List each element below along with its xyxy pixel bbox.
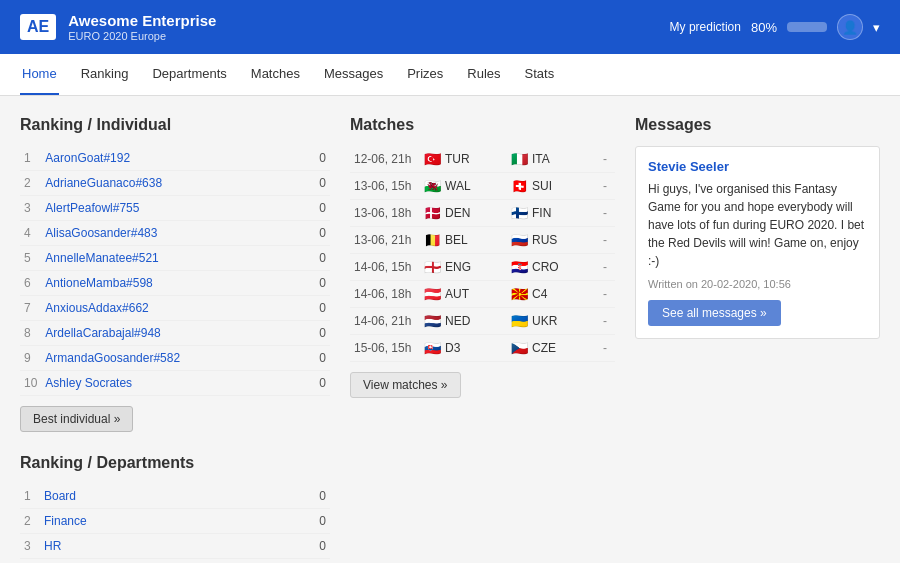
rank-cell: 8 xyxy=(20,321,41,346)
player-name[interactable]: AlertPeafowl#755 xyxy=(41,196,300,221)
team1-name: BEL xyxy=(445,233,468,247)
table-row: 3 AlertPeafowl#755 0 xyxy=(20,196,330,221)
nav-ranking[interactable]: Ranking xyxy=(79,54,131,95)
team1-name: TUR xyxy=(445,152,470,166)
team1-cell: 🏴󠁧󠁢󠁥󠁮󠁧󠁿 ENG xyxy=(420,254,507,281)
player-name[interactable]: ArdellaCarabajal#948 xyxy=(41,321,300,346)
user-dropdown-arrow[interactable]: ▾ xyxy=(873,20,880,35)
team2-flag: 🇺🇦 xyxy=(511,313,528,329)
matches-table: 12-06, 21h 🇹🇷 TUR 🇮🇹 ITA - 13-06, 15h 🏴󠁧… xyxy=(350,146,615,362)
team2-cell: 🇨🇿 CZE xyxy=(507,335,595,362)
player-name[interactable]: AdrianeGuanaco#638 xyxy=(41,171,300,196)
rank-cell: 5 xyxy=(20,246,41,271)
team2-flag: 🇨🇿 xyxy=(511,340,528,356)
team2-name: SUI xyxy=(532,179,552,193)
player-name[interactable]: AaronGoat#192 xyxy=(41,146,300,171)
team1-name: D3 xyxy=(445,341,460,355)
team2-name: UKR xyxy=(532,314,557,328)
department-name[interactable]: HR xyxy=(40,534,300,559)
score-cell: 0 xyxy=(300,196,330,221)
score-cell: 0 xyxy=(300,246,330,271)
player-name[interactable]: Ashley Socrates xyxy=(41,371,300,396)
match-row[interactable]: 15-06, 15h 🇸🇰 D3 🇨🇿 CZE - xyxy=(350,335,615,362)
match-date: 14-06, 18h xyxy=(350,281,420,308)
match-row[interactable]: 13-06, 21h 🇧🇪 BEL 🇷🇺 RUS - xyxy=(350,227,615,254)
team1-flag: 🇹🇷 xyxy=(424,151,441,167)
nav-messages[interactable]: Messages xyxy=(322,54,385,95)
table-row: 9 ArmandaGoosander#582 0 xyxy=(20,346,330,371)
match-score: - xyxy=(595,281,615,308)
match-date: 13-06, 18h xyxy=(350,200,420,227)
best-individual-button[interactable]: Best individual » xyxy=(20,406,133,432)
player-name[interactable]: AntioneMamba#598 xyxy=(41,271,300,296)
app-subtitle: EURO 2020 Europe xyxy=(68,30,216,42)
player-name[interactable]: AnxiousAddax#662 xyxy=(41,296,300,321)
nav-rules[interactable]: Rules xyxy=(465,54,502,95)
department-name[interactable]: Finance xyxy=(40,509,300,534)
rank-cell: 2 xyxy=(20,509,40,534)
section-right: Messages Stevie Seeler Hi guys, I've org… xyxy=(635,116,880,339)
score-cell: 0 xyxy=(300,146,330,171)
rank-cell: 6 xyxy=(20,271,41,296)
department-name[interactable]: Board xyxy=(40,484,300,509)
match-score: - xyxy=(595,254,615,281)
matches-title: Matches xyxy=(350,116,615,134)
team2-cell: 🇮🇹 ITA xyxy=(507,146,595,173)
team2-flag: 🇫🇮 xyxy=(511,205,528,221)
prediction-bar-container xyxy=(787,22,827,32)
table-row: 7 AnxiousAddax#662 0 xyxy=(20,296,330,321)
team2-name: C4 xyxy=(532,287,547,301)
main-content: Ranking / Individual 1 AaronGoat#192 0 2… xyxy=(0,96,900,563)
score-cell: 0 xyxy=(300,171,330,196)
score-cell: 0 xyxy=(300,221,330,246)
match-score: - xyxy=(595,308,615,335)
match-row[interactable]: 14-06, 21h 🇳🇱 NED 🇺🇦 UKR - xyxy=(350,308,615,335)
user-icon[interactable]: 👤 xyxy=(837,14,863,40)
table-row: 4 IT 0 xyxy=(20,559,330,564)
header-right: My prediction 80% 👤 ▾ xyxy=(670,14,880,40)
team1-flag: 🇧🇪 xyxy=(424,232,441,248)
team2-flag: 🇨🇭 xyxy=(511,178,528,194)
team1-flag: 🇳🇱 xyxy=(424,313,441,329)
section-left: Ranking / Individual 1 AaronGoat#192 0 2… xyxy=(20,116,330,563)
player-name[interactable]: ArmandaGoosander#582 xyxy=(41,346,300,371)
view-matches-button[interactable]: View matches » xyxy=(350,372,461,398)
nav-stats[interactable]: Stats xyxy=(523,54,557,95)
table-row: 10 Ashley Socrates 0 xyxy=(20,371,330,396)
match-row[interactable]: 14-06, 15h 🏴󠁧󠁢󠁥󠁮󠁧󠁿 ENG 🇭🇷 CRO - xyxy=(350,254,615,281)
team1-cell: 🇸🇰 D3 xyxy=(420,335,507,362)
match-row[interactable]: 13-06, 18h 🇩🇰 DEN 🇫🇮 FIN - xyxy=(350,200,615,227)
match-score: - xyxy=(595,335,615,362)
team1-name: DEN xyxy=(445,206,470,220)
team1-cell: 🇩🇰 DEN xyxy=(420,200,507,227)
match-date: 13-06, 15h xyxy=(350,173,420,200)
nav-home[interactable]: Home xyxy=(20,54,59,95)
match-row[interactable]: 12-06, 21h 🇹🇷 TUR 🇮🇹 ITA - xyxy=(350,146,615,173)
team2-name: RUS xyxy=(532,233,557,247)
department-name[interactable]: IT xyxy=(40,559,300,564)
team1-flag: 🇦🇹 xyxy=(424,286,441,302)
section-middle: Matches 12-06, 21h 🇹🇷 TUR 🇮🇹 ITA - 13-06… xyxy=(350,116,615,398)
score-cell: 0 xyxy=(300,509,330,534)
message-author[interactable]: Stevie Seeler xyxy=(648,159,867,174)
player-name[interactable]: AlisaGoosander#483 xyxy=(41,221,300,246)
match-row[interactable]: 13-06, 15h 🏴󠁧󠁢󠁷󠁬󠁳󠁿 WAL 🇨🇭 SUI - xyxy=(350,173,615,200)
see-all-messages-button[interactable]: See all messages » xyxy=(648,300,781,326)
ranking-departments-section: Ranking / Departments 1 Board 0 2 Financ… xyxy=(20,454,330,563)
prediction-value: 80% xyxy=(751,20,777,35)
score-cell: 0 xyxy=(300,371,330,396)
nav-departments[interactable]: Departments xyxy=(150,54,228,95)
match-row[interactable]: 14-06, 18h 🇦🇹 AUT 🇲🇰 C4 - xyxy=(350,281,615,308)
nav-matches[interactable]: Matches xyxy=(249,54,302,95)
player-name[interactable]: AnnelleManatee#521 xyxy=(41,246,300,271)
team2-flag: 🇲🇰 xyxy=(511,286,528,302)
match-score: - xyxy=(595,146,615,173)
score-cell: 0 xyxy=(300,346,330,371)
header: AE Awesome Enterprise EURO 2020 Europe M… xyxy=(0,0,900,54)
rank-cell: 9 xyxy=(20,346,41,371)
rank-cell: 2 xyxy=(20,171,41,196)
team2-cell: 🇺🇦 UKR xyxy=(507,308,595,335)
team1-flag: 🇩🇰 xyxy=(424,205,441,221)
match-date: 13-06, 21h xyxy=(350,227,420,254)
nav-prizes[interactable]: Prizes xyxy=(405,54,445,95)
